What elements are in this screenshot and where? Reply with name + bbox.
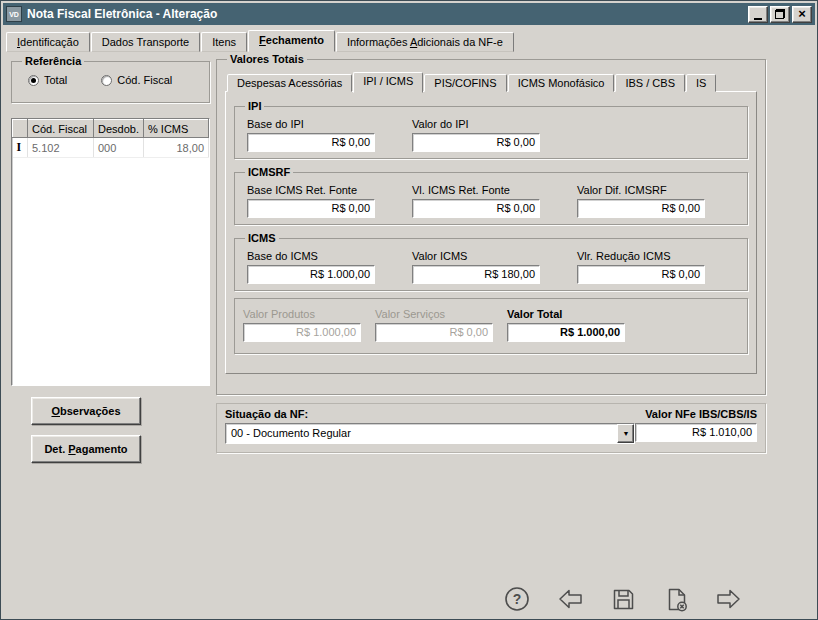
radio-total-icon xyxy=(28,75,39,86)
situacao-section: Situação da NF: 00 - Documento Regular ▼… xyxy=(216,403,766,453)
valor-produtos-label: Valor Produtos xyxy=(243,308,361,320)
base-icms-label: Base do ICMS xyxy=(247,250,375,262)
help-button[interactable]: ? xyxy=(501,584,533,614)
valor-nfe-label: Valor NFe IBS/CBS/IS xyxy=(635,408,757,420)
base-icms-field: Base do ICMS R$ 1.000,00 xyxy=(247,250,375,284)
valor-ipi-field: Valor do IPI R$ 0,00 xyxy=(412,118,540,152)
cancel-document-button[interactable] xyxy=(660,584,692,614)
situacao-label: Situação da NF: xyxy=(225,408,635,420)
valor-servicos-label: Valor Serviços xyxy=(375,308,493,320)
next-button[interactable] xyxy=(713,584,745,614)
base-ipi-label: Base do IPI xyxy=(247,118,375,130)
window-title: Nota Fiscal Eletrônica - Alteração xyxy=(27,7,743,21)
arrow-right-icon xyxy=(715,585,743,613)
previous-button[interactable] xyxy=(554,584,586,614)
valor-servicos-input: R$ 0,00 xyxy=(375,323,493,342)
subtab-is[interactable]: IS xyxy=(686,74,716,92)
valor-nfe-field: Valor NFe IBS/CBS/IS R$ 1.010,00 xyxy=(635,408,757,452)
ipi-group-title: IPI xyxy=(245,100,264,112)
base-icms-input[interactable]: R$ 1.000,00 xyxy=(247,265,375,284)
tab-identificacao[interactable]: Identificação xyxy=(6,32,90,52)
vlr-reducao-icms-label: Vlr. Redução ICMS xyxy=(577,250,705,262)
base-ipi-field: Base do IPI R$ 0,00 xyxy=(247,118,375,152)
restore-icon xyxy=(775,9,785,19)
main-tabstrip: Identificação Dados Transporte Itens Fec… xyxy=(6,30,515,52)
valor-dif-icmsrf-field: Valor Dif. ICMSRF R$ 0,00 xyxy=(577,184,705,218)
close-button[interactable]: × xyxy=(792,6,812,23)
tab-fechamento[interactable]: Fechamento xyxy=(248,30,335,52)
valor-dif-icmsrf-input[interactable]: R$ 0,00 xyxy=(577,199,705,218)
tab-informacoes-adicionais[interactable]: Informações Adicionais da NF-e xyxy=(336,32,514,52)
cancel-document-icon xyxy=(662,585,690,613)
radio-total[interactable]: Total xyxy=(28,74,67,86)
arrow-left-icon xyxy=(556,585,584,613)
save-button[interactable] xyxy=(607,584,639,614)
base-icms-ret-fonte-label: Base ICMS Ret. Fonte xyxy=(247,184,375,196)
valor-ipi-input[interactable]: R$ 0,00 xyxy=(412,133,540,152)
grid-cell-indicator: I xyxy=(13,138,28,158)
valor-total-label: Valor Total xyxy=(507,308,625,320)
subtab-ipi-icms[interactable]: IPI / ICMS xyxy=(353,72,423,93)
valor-icms-field: Valor ICMS R$ 180,00 xyxy=(412,250,540,284)
subtab-ibs-cbs[interactable]: IBS / CBS xyxy=(615,74,685,92)
radio-cod-fiscal-label: Cód. Fiscal xyxy=(117,74,172,86)
ipi-icms-tabpage: IPI Base do IPI R$ 0,00 Valor do IPI R$ … xyxy=(225,91,757,374)
subtab-despesas-acessorias[interactable]: Despesas Acessórias xyxy=(227,74,352,92)
referencia-title: Referência xyxy=(22,55,84,67)
base-ipi-input[interactable]: R$ 0,00 xyxy=(247,133,375,152)
valor-servicos-field: Valor Serviços R$ 0,00 xyxy=(375,308,493,342)
grid-cell-cod-fiscal[interactable]: 5.102 xyxy=(28,138,94,158)
referencia-grid[interactable]: Cód. Fiscal Desdob. % ICMS I 5.102 000 1… xyxy=(11,118,210,386)
valores-subtabstrip: Despesas Acessórias IPI / ICMS PIS/COFIN… xyxy=(227,71,757,92)
app-window: VD Nota Fiscal Eletrônica - Alteração × … xyxy=(0,0,818,620)
icms-group-title: ICMS xyxy=(245,232,279,244)
minimize-button[interactable] xyxy=(748,6,768,23)
close-icon: × xyxy=(798,7,806,20)
valor-produtos-field: Valor Produtos R$ 1.000,00 xyxy=(243,308,361,342)
grid-cell-icms[interactable]: 18,00 xyxy=(144,138,209,158)
valor-dif-icmsrf-label: Valor Dif. ICMSRF xyxy=(577,184,705,196)
grid-header-cod-fiscal[interactable]: Cód. Fiscal xyxy=(28,120,94,138)
grid-header-row: Cód. Fiscal Desdob. % ICMS xyxy=(13,120,209,138)
totals-group: Valor Produtos R$ 1.000,00 Valor Serviço… xyxy=(234,298,748,354)
observacoes-button[interactable]: Observações xyxy=(31,397,141,425)
ipi-group: IPI Base do IPI R$ 0,00 Valor do IPI R$ … xyxy=(234,100,748,159)
icms-group: ICMS Base do ICMS R$ 1.000,00 Valor ICMS… xyxy=(234,232,748,291)
restore-button[interactable] xyxy=(770,6,790,23)
grid-row[interactable]: I 5.102 000 18,00 xyxy=(13,138,209,158)
grid-cell-desdob[interactable]: 000 xyxy=(94,138,144,158)
icmsrf-group: ICMSRF Base ICMS Ret. Fonte R$ 0,00 Vl. … xyxy=(234,166,748,225)
tab-dados-transporte[interactable]: Dados Transporte xyxy=(91,32,200,52)
base-icms-ret-fonte-field: Base ICMS Ret. Fonte R$ 0,00 xyxy=(247,184,375,218)
valores-totais-title: Valores Totais xyxy=(227,53,307,65)
valor-icms-input[interactable]: R$ 180,00 xyxy=(412,265,540,284)
subtab-pis-cofins[interactable]: PIS/COFINS xyxy=(424,74,506,92)
help-icon: ? xyxy=(503,585,531,613)
vlr-reducao-icms-field: Vlr. Redução ICMS R$ 0,00 xyxy=(577,250,705,284)
titlebar: VD Nota Fiscal Eletrônica - Alteração × xyxy=(3,3,815,25)
valores-totais-group: Valores Totais Despesas Acessórias IPI /… xyxy=(216,53,766,395)
icmsrf-group-title: ICMSRF xyxy=(245,166,293,178)
situacao-combobox[interactable]: 00 - Documento Regular ▼ xyxy=(225,423,635,444)
tab-itens[interactable]: Itens xyxy=(201,32,247,52)
vl-icms-ret-fonte-label: Vl. ICMS Ret. Fonte xyxy=(412,184,540,196)
combo-dropdown-icon[interactable]: ▼ xyxy=(617,424,634,443)
referencia-radios: Total Cód. Fiscal xyxy=(20,74,201,86)
base-icms-ret-fonte-input[interactable]: R$ 0,00 xyxy=(247,199,375,218)
grid-header-desdob[interactable]: Desdob. xyxy=(94,120,144,138)
subtab-icms-monofasico[interactable]: ICMS Monofásico xyxy=(508,74,615,92)
valor-total-field: Valor Total R$ 1.000,00 xyxy=(507,308,625,342)
vlr-reducao-icms-input[interactable]: R$ 0,00 xyxy=(577,265,705,284)
row-edit-indicator-icon: I xyxy=(17,140,22,154)
radio-cod-fiscal[interactable]: Cód. Fiscal xyxy=(101,74,172,86)
vl-icms-ret-fonte-input[interactable]: R$ 0,00 xyxy=(412,199,540,218)
radio-cod-fiscal-icon xyxy=(101,75,112,86)
app-icon-text: VD xyxy=(9,11,19,18)
valor-total-input[interactable]: R$ 1.000,00 xyxy=(507,323,625,342)
referencia-group: Referência Total Cód. Fiscal xyxy=(11,55,210,103)
det-pagamento-button[interactable]: Det. Pagamento xyxy=(31,435,141,463)
valor-ipi-label: Valor do IPI xyxy=(412,118,540,130)
grid-header-icms[interactable]: % ICMS xyxy=(144,120,209,138)
vl-icms-ret-fonte-field: Vl. ICMS Ret. Fonte R$ 0,00 xyxy=(412,184,540,218)
valor-nfe-input[interactable]: R$ 1.010,00 xyxy=(635,423,757,442)
